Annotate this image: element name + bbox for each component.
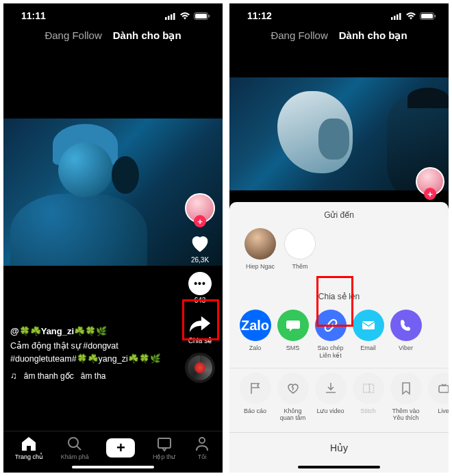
share-sms[interactable]: SMS [274,310,312,360]
action-stitch: Stitch [349,373,387,423]
author-avatar[interactable]: + [416,167,444,196]
send-to-row[interactable]: Hiep Ngac › Thêm [229,225,449,284]
like-button[interactable]: 26,3K [188,231,212,264]
nav-create[interactable]: + [106,438,135,458]
action-save-video[interactable]: Lưu video [312,373,349,423]
send-friend[interactable]: Hiep Ngac [240,228,280,277]
heart-icon [188,231,212,255]
sms-label: SMS [286,345,300,358]
share-zalo[interactable]: Zalo Zalo [236,310,274,360]
highlight-box-share [182,299,219,340]
music-text-2: âm tha [81,370,106,383]
action-favorite[interactable]: Thêm vào Yêu thích [387,373,425,423]
home-indicator [298,466,380,468]
stitch-icon [353,373,384,404]
caption-username[interactable]: @🍀☘️Yang_zi☘️🍀🌿 [10,325,175,338]
save-label: Lưu video [316,408,344,421]
share-email[interactable]: Email [349,310,387,360]
comment-icon: ••• [188,272,212,295]
battery-icon [194,12,210,20]
svg-rect-3 [173,13,175,20]
inbox-icon [155,436,173,452]
live-icon [428,373,449,404]
status-time: 11:11 [21,10,46,21]
status-icons [165,12,210,20]
zalo-label: Zalo [249,345,262,358]
send-more[interactable]: › Thêm [280,228,320,277]
chevron-right-icon: › [284,228,316,260]
viber-icon [390,310,422,341]
home-indicator [72,466,154,468]
svg-rect-13 [397,14,399,20]
svg-line-8 [77,447,81,451]
nav-discover-label: Khám phá [61,453,89,460]
search-icon [66,436,84,452]
nav-home-label: Trang chủ [15,453,43,460]
svg-rect-19 [363,384,369,392]
action-report[interactable]: Báo cáo [236,373,274,423]
follow-plus-icon[interactable]: + [424,188,436,200]
profile-icon [193,436,211,452]
action-not-interested[interactable]: Không quan tâm [274,373,312,423]
nav-inbox-label: Hộp thư [153,453,176,460]
email-icon [353,310,384,341]
plus-icon: + [106,438,135,458]
tab-following[interactable]: Đang Follow [271,29,327,42]
nav-home[interactable]: Trang chủ [15,436,43,460]
broken-heart-icon [277,373,309,404]
action-live[interactable]: Live [425,373,449,423]
copylink-label: Sao chép Liên kết [317,345,343,360]
status-bar: 11:12 [229,3,449,24]
svg-rect-14 [399,13,401,20]
viber-label: Viber [399,345,413,358]
zalo-icon: Zalo [240,310,271,341]
bookmark-icon [390,373,422,404]
share-viber[interactable]: Viber [387,310,425,360]
caption-line-1: Cảm động thật sự #dongvat [10,340,175,353]
svg-point-7 [68,438,78,447]
music-text-1: âm thanh gốc [24,370,74,383]
stitch-label: Stitch [360,408,376,421]
flag-icon [240,373,271,404]
music-row[interactable]: ♫ âm thanh gốc âm tha [10,369,175,383]
live-label: Live [438,408,449,421]
wifi-icon [405,12,416,20]
feed-tabs: Đang Follow Dành cho bạn [229,24,449,50]
cellular-icon [165,12,176,20]
nav-me-label: Tôi [198,453,207,460]
follow-plus-icon[interactable]: + [194,215,206,227]
report-label: Báo cáo [244,408,266,421]
battery-icon [420,12,436,20]
not-interested-label: Không quan tâm [280,408,306,423]
svg-rect-21 [439,386,449,392]
tab-for-you[interactable]: Dành cho bạn [113,29,181,42]
caption-line-2: #duongletuteam#🍀☘️yang_zi☘️🍀🌿 [10,353,175,366]
share-sheet: Gửi đến Hiep Ngac › Thêm Chia sẻ lên Zal… [229,202,449,473]
svg-rect-17 [435,14,436,17]
action-rail: + 26,3K ••• 643 Chia sẻ [181,193,218,383]
cancel-button[interactable]: Hủy [229,432,449,463]
nav-me[interactable]: Tôi [193,436,211,460]
favorite-label: Thêm vào Yêu thích [392,408,419,423]
home-icon [20,436,38,452]
status-bar: 11:11 [3,3,223,24]
highlight-box-copy-link [316,276,353,327]
svg-rect-20 [369,384,373,392]
action-row[interactable]: Báo cáo Không quan tâm Lưu video Stitch … [229,370,449,429]
svg-rect-16 [421,14,433,18]
like-count: 26,3K [191,256,209,264]
video-area[interactable]: + 26,3K ••• 643 Chia sẻ @🍀☘️Yang_zi☘️🍀🌿 … [3,50,223,431]
nav-inbox[interactable]: Hộp thư [153,436,176,460]
nav-discover[interactable]: Khám phá [61,436,89,460]
svg-point-10 [199,438,205,443]
bottom-nav: Trang chủ Khám phá + Hộp thư Tôi [3,431,223,463]
download-icon [315,373,347,404]
music-note-icon: ♫ [10,369,17,383]
send-to-title: Gửi đến [229,202,449,225]
svg-rect-9 [158,438,171,448]
more-label: Thêm [292,263,307,277]
tab-following[interactable]: Đang Follow [45,29,101,42]
tab-for-you[interactable]: Dành cho bạn [339,29,407,42]
author-avatar[interactable]: + [185,193,215,223]
sound-disc[interactable] [185,353,215,383]
